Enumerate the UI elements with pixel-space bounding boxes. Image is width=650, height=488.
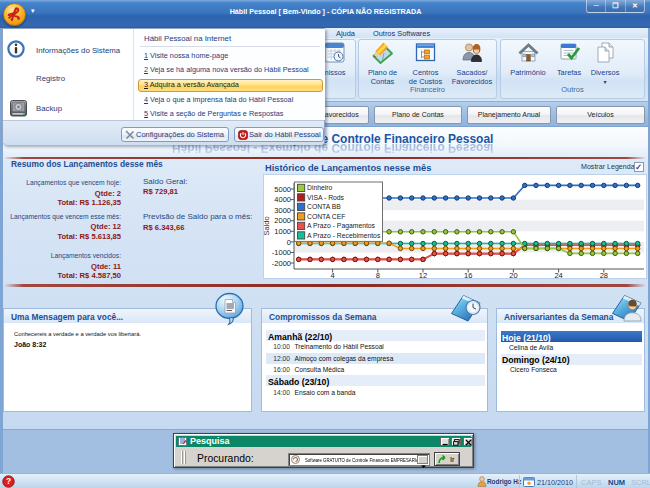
svg-text:3000: 3000: [274, 206, 291, 215]
svg-text:16: 16: [464, 271, 472, 279]
svg-text:A Prazo - Recebimentos: A Prazo - Recebimentos: [307, 232, 381, 239]
svg-text:20: 20: [509, 271, 517, 279]
svg-text:4: 4: [331, 271, 335, 279]
svg-text:0: 0: [287, 238, 291, 247]
svg-text:VISA - Rods: VISA - Rods: [307, 194, 345, 201]
svg-text:A Prazo - Pagamentos: A Prazo - Pagamentos: [307, 222, 376, 230]
svg-text:CONTA BB: CONTA BB: [307, 203, 341, 210]
svg-text:CONTA CEF: CONTA CEF: [307, 213, 345, 220]
svg-text:Saldo: Saldo: [264, 216, 271, 235]
svg-text:28: 28: [600, 271, 608, 279]
svg-text:12: 12: [419, 271, 427, 279]
svg-text:2000: 2000: [274, 216, 291, 225]
svg-text:24: 24: [554, 271, 562, 279]
svg-text:1000: 1000: [274, 227, 291, 236]
svg-text:5000: 5000: [274, 185, 291, 194]
svg-text:?: ?: [6, 476, 11, 486]
svg-text:Dinheiro: Dinheiro: [307, 184, 333, 191]
svg-text:-2000: -2000: [272, 259, 291, 268]
svg-text:-1000: -1000: [272, 248, 291, 257]
svg-text:4000: 4000: [274, 195, 291, 204]
svg-text:8: 8: [376, 271, 380, 279]
